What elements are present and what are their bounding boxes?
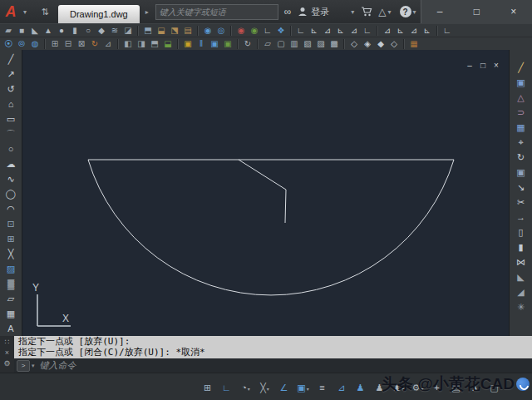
solid-history-icon[interactable]: ⬓: [155, 25, 168, 37]
taper-faces-icon[interactable]: ⊿: [101, 38, 115, 50]
binoculars-search-icon[interactable]: ∞: [284, 6, 292, 17]
shadows-ground-icon[interactable]: ◈: [361, 38, 374, 50]
line-icon[interactable]: ╱: [3, 52, 18, 67]
selection-cycling-icon[interactable]: ⊿: [332, 380, 351, 395]
command-prompt-icon[interactable]: >: [17, 360, 30, 372]
union-icon[interactable]: ◉: [201, 25, 214, 37]
presspull-icon[interactable]: ⬒: [141, 25, 155, 37]
diagonal-segment[interactable]: [239, 160, 286, 190]
move-icon[interactable]: ⌖: [514, 135, 529, 150]
annotation-visibility-icon[interactable]: ♟: [351, 380, 370, 395]
vs-wireframe-icon[interactable]: ▢: [274, 38, 288, 50]
move-faces-icon[interactable]: ⊟: [62, 38, 75, 50]
isodraft-icon[interactable]: ╳▾: [255, 380, 274, 395]
construction-line-icon[interactable]: ↗: [3, 67, 18, 81]
tab-expand-button[interactable]: ▸: [142, 5, 152, 18]
chamfer-icon[interactable]: ◣: [514, 269, 529, 284]
check-icon[interactable]: ▣: [181, 38, 195, 50]
polyline-icon[interactable]: ↺: [3, 81, 18, 96]
planar-surface-icon[interactable]: ◪: [121, 25, 135, 37]
box-icon[interactable]: ■: [15, 25, 28, 37]
rotate-faces-icon[interactable]: ↻: [88, 38, 101, 50]
spline-icon[interactable]: ∿: [3, 171, 18, 186]
grid-display-icon[interactable]: ∟: [217, 380, 236, 395]
ucs-zaxis-icon[interactable]: ∟: [361, 25, 374, 37]
quick-access-toolbar-icon[interactable]: ⇅: [38, 7, 52, 17]
section-plane-icon[interactable]: ◨: [135, 38, 148, 50]
subtract-2d-icon[interactable]: ⦾: [15, 38, 28, 50]
command-prompt-caret-icon[interactable]: ▾: [32, 363, 35, 369]
stretch-icon[interactable]: ↘: [514, 180, 529, 195]
viewport-restore-button[interactable]: □: [479, 62, 487, 70]
window-maximize-button[interactable]: □: [466, 6, 486, 17]
ucs-previous-icon[interactable]: ⊾: [308, 25, 321, 37]
cylinder-icon[interactable]: ▮: [68, 25, 81, 37]
vs-realistic-icon[interactable]: ▧: [301, 38, 314, 50]
login-dropdown-caret-icon[interactable]: ▾: [351, 8, 354, 16]
rotate-icon[interactable]: ↻: [514, 150, 529, 165]
trim-icon[interactable]: ✂: [514, 195, 529, 210]
object-snap-icon[interactable]: ▣▾: [293, 380, 313, 395]
ucs-origin-icon[interactable]: ⊿: [347, 25, 361, 37]
logo-dropdown-caret-icon[interactable]: ▾: [23, 8, 27, 16]
command-history[interactable]: 指定下一点或 [放弃(U)]: 指定下一点或 [闭合(C)/放弃(U)]: *取…: [14, 336, 532, 358]
torus-icon[interactable]: ○: [81, 25, 95, 37]
vs-conceptual-icon[interactable]: ▨: [314, 38, 328, 50]
slice-icon[interactable]: ◧: [121, 38, 135, 50]
snap-mode-icon[interactable]: ◔▾: [236, 380, 255, 395]
gradient-icon[interactable]: ▓: [3, 276, 18, 291]
fillet-icon[interactable]: ◢: [514, 284, 529, 299]
extrude-faces-icon[interactable]: ⊞: [48, 38, 62, 50]
ucs-y-icon[interactable]: ⊿: [407, 25, 421, 37]
customize-wrench-icon[interactable]: ⚙: [0, 358, 14, 368]
command-input[interactable]: [38, 359, 532, 372]
wedge-icon[interactable]: ◣: [28, 25, 42, 37]
ucs-x-icon[interactable]: ⊾: [394, 25, 407, 37]
imprint-icon[interactable]: ▣: [208, 38, 221, 50]
drawing-canvas[interactable]: – □ × Y X: [22, 50, 509, 336]
vs-shaded-icon[interactable]: ▩: [328, 38, 341, 50]
window-minimize-button[interactable]: –: [430, 6, 450, 17]
help-search-input[interactable]: [155, 4, 278, 20]
viewport-close-button[interactable]: ×: [492, 62, 500, 70]
offset-faces-icon[interactable]: ⊠: [75, 38, 88, 50]
window-close-button[interactable]: ×: [504, 6, 524, 17]
shadows-full-icon[interactable]: ◆: [374, 38, 387, 50]
circle-icon[interactable]: ○: [3, 141, 18, 156]
shadows-mapped-icon[interactable]: ◇: [387, 38, 401, 50]
render-sphere-green-icon[interactable]: ◉: [248, 25, 261, 37]
create-block-icon[interactable]: ⊞: [3, 231, 18, 246]
point-icon[interactable]: ╳: [3, 246, 18, 261]
explode-icon[interactable]: ✳: [514, 299, 529, 314]
viewport-minimize-button[interactable]: –: [466, 62, 474, 70]
a360-icon[interactable]: △: [378, 6, 386, 17]
vs-2d-wireframe-icon[interactable]: ▱: [261, 38, 274, 50]
thicken-icon[interactable]: ⬒: [148, 38, 161, 50]
extend-icon[interactable]: →: [514, 210, 529, 225]
arc-icon[interactable]: ⌒: [3, 126, 18, 141]
ucs-world-icon[interactable]: ∟: [261, 25, 274, 37]
scale-icon[interactable]: ▣: [514, 165, 529, 180]
subtract-icon[interactable]: ◎: [214, 25, 228, 37]
ucs-3point-icon[interactable]: ⊿: [381, 25, 394, 37]
help-icon[interactable]: ?: [400, 6, 411, 17]
ucs-apply-icon[interactable]: ∟: [441, 25, 454, 37]
shadows-off-icon[interactable]: ◇: [347, 38, 361, 50]
break-icon[interactable]: ▮: [514, 240, 529, 254]
vs-hidden-icon[interactable]: ▥: [288, 38, 301, 50]
model-space-icon[interactable]: ⊞: [198, 380, 217, 395]
help-dropdown-caret-icon[interactable]: ▾: [413, 8, 416, 16]
region-icon[interactable]: ▱: [3, 291, 18, 306]
vertical-segment[interactable]: [285, 190, 286, 223]
polysolid-icon[interactable]: ▰: [2, 25, 15, 37]
a360-dropdown-caret-icon[interactable]: ▾: [388, 8, 392, 16]
cone-icon[interactable]: ◆: [95, 25, 108, 37]
sweep-icon[interactable]: ⬔: [168, 25, 181, 37]
intersect-2d-icon[interactable]: ◍: [28, 38, 42, 50]
array-icon[interactable]: ▦: [514, 120, 529, 135]
ucs-face-icon[interactable]: ⊿: [321, 25, 334, 37]
table-icon[interactable]: ▦: [3, 306, 18, 321]
user-person-icon[interactable]: [298, 7, 308, 17]
rectangle-icon[interactable]: ▭: [3, 111, 18, 126]
hatch-icon[interactable]: ▨: [3, 261, 18, 276]
